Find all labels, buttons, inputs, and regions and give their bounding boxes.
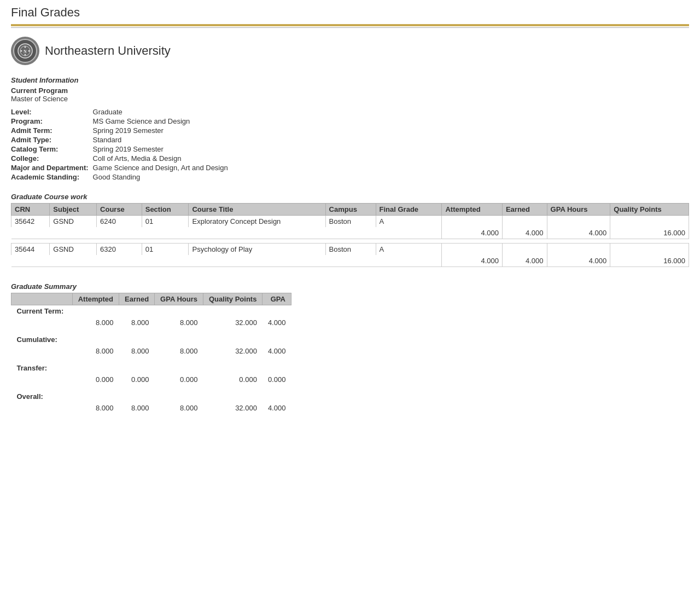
svg-text:N: N [24, 49, 27, 54]
summary-values-empty [11, 317, 73, 328]
course-cell: A [376, 244, 442, 256]
course-cell: 01 [142, 244, 189, 256]
course-cell [502, 216, 547, 228]
summary-row-label: Overall: [11, 391, 73, 402]
summary-spacer-row [11, 414, 291, 419]
col-campus: Campus [325, 204, 376, 216]
summary-value-cell: 32.000 [203, 345, 262, 357]
course-empty-cell [97, 255, 142, 267]
course-empty-cell [376, 227, 442, 239]
course-values-row: 4.0004.0004.00016.000 [11, 227, 689, 239]
course-cell: 6240 [97, 216, 142, 228]
course-cell: GSND [50, 244, 97, 256]
course-numeric-cell: 16.000 [610, 255, 689, 267]
graduate-summary-section: Graduate Summary Attempted Earned GPA Ho… [11, 282, 689, 419]
summary-values-empty [11, 402, 73, 414]
summary-table: Attempted Earned GPA Hours Quality Point… [11, 293, 291, 419]
summary-empty-cell [262, 391, 291, 402]
course-cell: Boston [325, 216, 376, 228]
summary-empty-cell [119, 334, 155, 345]
university-name: Northeastern University [45, 44, 171, 58]
summary-value-cell: 4.000 [262, 402, 291, 414]
summary-value-cell: 8.000 [119, 317, 155, 328]
summary-label-row: Current Term: [11, 305, 291, 317]
course-cell: 01 [142, 216, 189, 228]
summary-empty-cell [155, 362, 203, 374]
summary-value-cell: 0.000 [155, 374, 203, 385]
course-cell [547, 216, 610, 228]
summary-empty-cell [119, 362, 155, 374]
summary-value-cell: 32.000 [203, 402, 262, 414]
info-value: MS Game Science and Design [93, 117, 230, 126]
summary-label-row: Overall: [11, 391, 291, 402]
summary-value-cell: 8.000 [119, 402, 155, 414]
svg-point-3 [25, 47, 26, 48]
summary-empty-cell [155, 334, 203, 345]
university-logo: N [11, 37, 39, 65]
info-label: Major and Department: [11, 163, 93, 172]
student-info-row: Academic Standing:Good Standing [11, 172, 230, 182]
course-values-row: 4.0004.0004.00016.000 [11, 255, 689, 267]
student-info-row: Program:MS Game Science and Design [11, 117, 230, 126]
course-empty-cell [325, 255, 376, 267]
course-empty-cell [50, 227, 97, 239]
summary-empty-cell [203, 391, 262, 402]
svg-point-4 [25, 54, 26, 56]
summary-value-cell: 8.000 [72, 345, 119, 357]
course-cell: 6320 [97, 244, 142, 256]
svg-point-6 [28, 50, 30, 52]
course-cell: Boston [325, 244, 376, 256]
col-quality-points: Quality Points [610, 204, 689, 216]
info-value: Spring 2019 Semester [93, 144, 230, 154]
course-empty-cell [50, 255, 97, 267]
student-info-section: Student Information Current Program Mast… [11, 76, 689, 182]
col-gpa-hours: GPA Hours [547, 204, 610, 216]
course-cell [547, 244, 610, 256]
summary-values-row: 8.0008.0008.00032.0004.000 [11, 345, 291, 357]
university-header: N Northeastern University [11, 37, 689, 65]
summary-value-cell: 8.000 [72, 402, 119, 414]
info-label: Admit Term: [11, 126, 93, 135]
course-empty-cell [189, 227, 325, 239]
summary-row-label: Current Term: [11, 305, 73, 317]
course-row: 35642GSND624001Exploratory Concept Desig… [11, 216, 689, 228]
course-cell: 35644 [11, 244, 50, 256]
course-numeric-cell: 4.000 [502, 227, 547, 239]
info-label: College: [11, 154, 93, 163]
course-cell [502, 244, 547, 256]
summary-value-cell: 8.000 [72, 317, 119, 328]
col-attempted: Attempted [442, 204, 503, 216]
summary-spacer-row [11, 385, 291, 391]
col-grade: Final Grade [376, 204, 442, 216]
gold-divider [11, 24, 689, 26]
summary-value-cell: 0.000 [72, 374, 119, 385]
coursework-title: Graduate Course work [11, 193, 689, 201]
summary-values-row: 8.0008.0008.00032.0004.000 [11, 317, 291, 328]
current-program-label: Current Program [11, 86, 689, 95]
student-info-table: Level:GraduateProgram:MS Game Science an… [11, 107, 230, 182]
course-cell: Exploratory Concept Design [189, 216, 325, 228]
col-section: Section [142, 204, 189, 216]
student-info-row: Admit Term:Spring 2019 Semester [11, 126, 230, 135]
summary-row-label: Transfer: [11, 362, 73, 374]
course-empty-cell [376, 255, 442, 267]
summary-value-cell: 32.000 [203, 317, 262, 328]
summary-spacer-row [11, 357, 291, 362]
summary-value-cell: 4.000 [262, 345, 291, 357]
course-cell [610, 216, 689, 228]
summary-col-quality-points: Quality Points [203, 293, 262, 305]
gray-divider [11, 27, 689, 28]
col-subject: Subject [50, 204, 97, 216]
summary-empty-cell [262, 362, 291, 374]
info-value: Game Science and Design, Art and Design [93, 163, 230, 172]
summary-empty-cell [119, 305, 155, 317]
summary-title: Graduate Summary [11, 282, 689, 291]
summary-label-row: Cumulative: [11, 334, 291, 345]
course-numeric-cell: 4.000 [442, 227, 503, 239]
course-numeric-cell: 4.000 [502, 255, 547, 267]
summary-value-cell: 4.000 [262, 317, 291, 328]
summary-value-cell: 8.000 [155, 317, 203, 328]
course-cell: 35642 [11, 216, 50, 228]
summary-empty-cell [72, 362, 119, 374]
info-label: Admit Type: [11, 135, 93, 144]
